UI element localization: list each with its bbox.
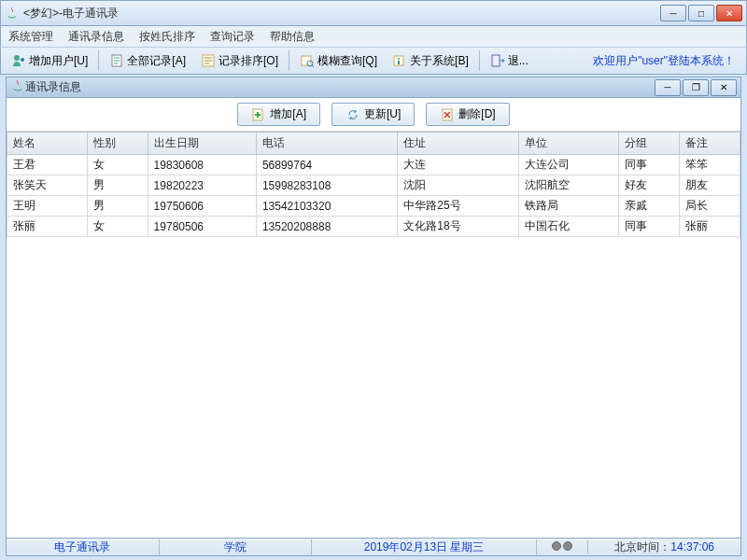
table-cell: 同事 xyxy=(619,155,680,175)
inner-minimize-button[interactable]: ─ xyxy=(655,79,681,96)
add-user-icon xyxy=(11,53,26,68)
column-header[interactable]: 分组 xyxy=(619,133,680,155)
table-cell: 同事 xyxy=(619,217,680,237)
java-icon xyxy=(10,78,25,96)
add-user-button[interactable]: 增加用户[U] xyxy=(5,50,94,72)
table-cell: 中华路25号 xyxy=(398,196,519,217)
status-time: 北京时间：14:37:06 xyxy=(588,539,740,555)
all-records-button[interactable]: 全部记录[A] xyxy=(103,50,192,72)
inner-titlebar: 通讯录信息 ─ ❐ ✕ xyxy=(7,77,740,98)
exit-label: 退... xyxy=(508,53,529,69)
table-cell: 沈阳 xyxy=(398,175,519,196)
menu-sort-by-name[interactable]: 按姓氏排序 xyxy=(135,27,199,47)
contact-table: 姓名性别出生日期电话住址单位分组备注 王君女1983060856899764大连… xyxy=(7,132,740,237)
about-button[interactable]: 关于系统[B] xyxy=(386,50,475,72)
svg-point-0 xyxy=(14,55,20,61)
inner-window-controls: ─ ❐ ✕ xyxy=(655,79,737,96)
table-cell: 沈阳航空 xyxy=(519,175,619,196)
toolbar: 增加用户[U] 全部记录[A] 记录排序[O] 模糊查询[Q] 关于系统[B] … xyxy=(0,47,747,75)
column-header[interactable]: 电话 xyxy=(256,133,397,155)
column-header[interactable]: 备注 xyxy=(680,133,740,155)
indicator-dot-icon xyxy=(552,541,561,551)
minimize-button[interactable]: ─ xyxy=(660,5,686,21)
add-record-label: 增加[A] xyxy=(270,106,306,122)
table-cell: 张丽 xyxy=(7,217,88,237)
table-cell: 好友 xyxy=(619,175,680,196)
action-row: 增加[A] 更新[U] 删除[D] xyxy=(7,98,740,132)
table-cell: 13542103320 xyxy=(256,196,397,217)
status-org: 学院 xyxy=(160,539,313,555)
status-time-label: 北京时间： xyxy=(614,540,670,553)
maximize-button[interactable]: □ xyxy=(688,5,714,21)
exit-button[interactable]: 退... xyxy=(484,50,535,72)
sort-records-button[interactable]: 记录排序[O] xyxy=(194,50,285,72)
delete-record-button[interactable]: 删除[D] xyxy=(426,103,509,126)
table-cell: 19830608 xyxy=(148,155,256,175)
table-cell: 铁路局 xyxy=(519,196,619,217)
fuzzy-query-button[interactable]: 模糊查询[Q] xyxy=(293,50,384,72)
close-button[interactable]: ✕ xyxy=(716,5,742,21)
table-cell: 19780506 xyxy=(148,217,256,237)
add-icon xyxy=(251,107,266,122)
add-user-label: 增加用户[U] xyxy=(29,53,88,69)
toolbar-divider xyxy=(479,50,480,71)
column-header[interactable]: 住址 xyxy=(398,133,519,155)
toolbar-divider xyxy=(98,50,99,71)
table-row[interactable]: 王明男1975060613542103320中华路25号铁路局亲戚局长 xyxy=(7,196,740,217)
svg-rect-7 xyxy=(492,55,500,66)
menu-contact-info[interactable]: 通讯录信息 xyxy=(64,27,128,47)
table-cell: 朋友 xyxy=(680,175,740,196)
menu-query[interactable]: 查询记录 xyxy=(206,27,259,47)
table-row[interactable]: 张丽女1978050613520208888文化路18号中国石化同事张丽 xyxy=(7,217,740,237)
column-header[interactable]: 出生日期 xyxy=(148,133,256,155)
table-cell: 女 xyxy=(87,155,148,175)
column-header[interactable]: 姓名 xyxy=(7,133,88,155)
sort-records-label: 记录排序[O] xyxy=(218,53,278,69)
inner-maximize-button[interactable]: ❐ xyxy=(683,79,709,96)
fuzzy-query-label: 模糊查询[Q] xyxy=(317,53,377,69)
menubar: 系统管理 通讯录信息 按姓氏排序 查询记录 帮助信息 xyxy=(0,26,747,47)
column-header[interactable]: 单位 xyxy=(519,133,619,155)
column-header[interactable]: 性别 xyxy=(87,133,148,155)
table-cell: 13520208888 xyxy=(256,217,397,237)
table-row[interactable]: 张笑天男1982022315998283108沈阳沈阳航空好友朋友 xyxy=(7,175,740,196)
window-title: <梦幻>-电子通讯录 xyxy=(23,6,660,21)
table-cell: 大连公司 xyxy=(519,155,619,175)
add-record-button[interactable]: 增加[A] xyxy=(237,103,320,126)
table-row[interactable]: 王君女1983060856899764大连大连公司同事笨笨 xyxy=(7,155,740,175)
refresh-icon xyxy=(345,107,360,122)
table-cell: 王君 xyxy=(7,155,88,175)
java-icon xyxy=(5,6,20,21)
update-record-label: 更新[U] xyxy=(364,106,401,122)
table-cell: 男 xyxy=(87,196,148,217)
menu-help[interactable]: 帮助信息 xyxy=(266,27,318,47)
exit-icon xyxy=(490,53,505,68)
menu-system[interactable]: 系统管理 xyxy=(5,27,57,47)
inner-close-button[interactable]: ✕ xyxy=(711,79,737,96)
table-cell: 15998283108 xyxy=(256,175,397,196)
table-cell: 56899764 xyxy=(256,155,397,175)
inner-window-title: 通讯录信息 xyxy=(25,79,655,95)
toolbar-divider xyxy=(289,50,289,71)
contact-list-window: 通讯录信息 ─ ❐ ✕ 增加[A] 更新[U] 删除[D] 姓名性别出生日期电话… xyxy=(6,77,741,539)
statusbar: 电子通讯录 学院 2019年02月13日 星期三 北京时间：14:37:06 xyxy=(6,538,741,556)
table-cell: 局长 xyxy=(680,196,740,217)
main-titlebar: <梦幻>-电子通讯录 ─ □ ✕ xyxy=(0,0,747,26)
table-cell: 笨笨 xyxy=(680,155,740,175)
table-cell: 文化路18号 xyxy=(398,217,519,237)
sort-icon xyxy=(201,53,216,68)
welcome-text: 欢迎用户"user"登陆本系统！ xyxy=(593,53,742,69)
table-cell: 女 xyxy=(87,217,148,237)
info-icon xyxy=(392,53,407,68)
table-cell: 张丽 xyxy=(680,217,740,237)
update-record-button[interactable]: 更新[U] xyxy=(331,103,415,126)
status-time-value: 14:37:06 xyxy=(670,540,714,553)
all-records-label: 全部记录[A] xyxy=(127,53,186,69)
table-container[interactable]: 姓名性别出生日期电话住址单位分组备注 王君女1983060856899764大连… xyxy=(7,132,740,538)
about-label: 关于系统[B] xyxy=(410,53,469,69)
delete-icon xyxy=(440,107,455,122)
delete-record-label: 删除[D] xyxy=(458,106,495,122)
table-cell: 19820223 xyxy=(148,175,256,196)
table-cell: 大连 xyxy=(398,155,519,175)
status-indicators xyxy=(537,540,588,553)
